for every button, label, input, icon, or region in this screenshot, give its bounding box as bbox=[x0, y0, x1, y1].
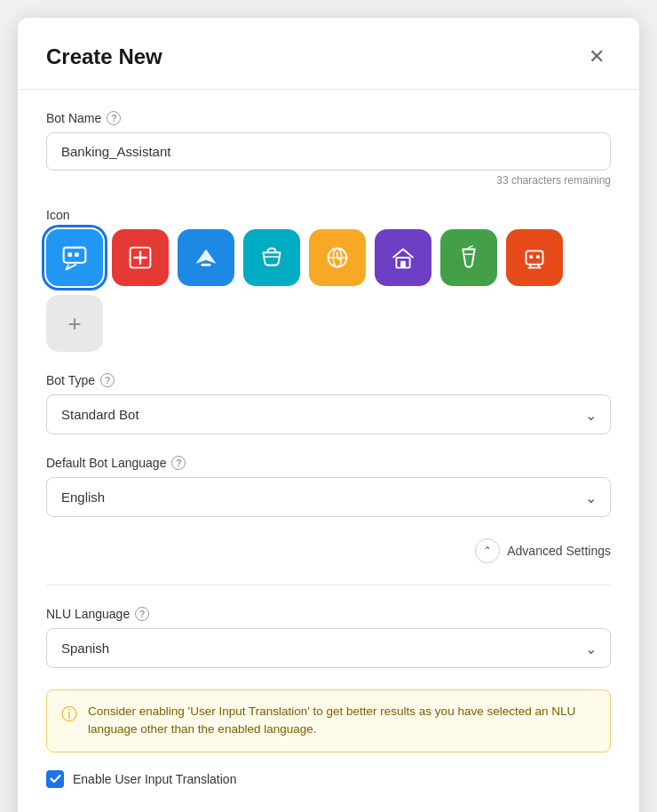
nlu-language-label: NLU Language ? bbox=[46, 607, 611, 621]
nlu-language-field: NLU Language ? English Spanish French Ge… bbox=[46, 607, 611, 668]
icon-label: Icon bbox=[46, 208, 611, 222]
advanced-settings-row: ⌃ Advanced Settings bbox=[46, 538, 611, 563]
enable-translation-checkbox[interactable] bbox=[46, 770, 64, 788]
icon-field: Icon bbox=[46, 208, 611, 352]
bot-type-select-wrapper: Standard Bot Advanced Bot ⌄ bbox=[46, 394, 611, 434]
modal-header: Create New ✕ bbox=[18, 18, 639, 90]
warning-text: Consider enabling 'User Input Translatio… bbox=[88, 703, 596, 739]
bot-type-label: Bot Type ? bbox=[46, 373, 611, 387]
close-button[interactable]: ✕ bbox=[582, 43, 611, 71]
bot-name-field: Bot Name ? 33 characters remaining bbox=[46, 111, 611, 187]
default-language-field: Default Bot Language ? English Spanish F… bbox=[46, 456, 611, 517]
svg-rect-1 bbox=[67, 252, 72, 257]
nlu-language-select-wrapper: English Spanish French German ⌄ bbox=[46, 628, 611, 668]
svg-rect-20 bbox=[529, 255, 533, 259]
create-new-modal: Create New ✕ Bot Name ? 33 characters re… bbox=[18, 18, 639, 812]
icon-globe-clock[interactable] bbox=[309, 229, 366, 286]
bot-type-select[interactable]: Standard Bot Advanced Bot bbox=[46, 394, 611, 434]
modal-body: Bot Name ? 33 characters remaining Icon bbox=[18, 90, 639, 812]
advanced-chevron-icon: ⌃ bbox=[483, 545, 492, 557]
default-language-help-icon[interactable]: ? bbox=[171, 456, 186, 470]
icon-shopping[interactable] bbox=[243, 229, 300, 286]
advanced-settings-toggle[interactable]: ⌃ bbox=[475, 538, 500, 563]
char-count: 33 characters remaining bbox=[46, 174, 611, 187]
icon-flight[interactable] bbox=[178, 229, 234, 286]
add-more-label: + bbox=[67, 310, 81, 338]
bot-type-field: Bot Type ? Standard Bot Advanced Bot ⌄ bbox=[46, 373, 611, 434]
default-language-select-wrapper: English Spanish French German ⌄ bbox=[46, 477, 611, 517]
icon-chat[interactable] bbox=[46, 229, 103, 286]
svg-rect-14 bbox=[400, 261, 406, 268]
bot-name-help-icon[interactable]: ? bbox=[107, 111, 121, 125]
svg-rect-21 bbox=[536, 255, 540, 259]
divider bbox=[46, 585, 611, 585]
svg-rect-6 bbox=[201, 264, 210, 267]
icon-hospital[interactable] bbox=[112, 229, 169, 286]
default-language-label: Default Bot Language ? bbox=[46, 456, 611, 470]
bot-name-label: Bot Name ? bbox=[46, 111, 611, 125]
icon-drink[interactable] bbox=[440, 229, 497, 286]
modal-title: Create New bbox=[46, 44, 162, 69]
default-language-select[interactable]: English Spanish French German bbox=[46, 477, 611, 517]
warning-icon: ⓘ bbox=[61, 704, 77, 739]
svg-line-17 bbox=[469, 246, 473, 248]
nlu-language-help-icon[interactable]: ? bbox=[135, 607, 149, 621]
svg-rect-18 bbox=[526, 251, 543, 264]
warning-box: ⓘ Consider enabling 'User Input Translat… bbox=[46, 689, 611, 752]
nlu-language-select[interactable]: English Spanish French German bbox=[46, 628, 611, 668]
bot-name-input[interactable] bbox=[46, 132, 611, 171]
icon-home-store[interactable] bbox=[375, 229, 431, 286]
icons-row: + bbox=[46, 229, 611, 352]
icon-add-more[interactable]: + bbox=[46, 295, 103, 352]
bot-type-help-icon[interactable]: ? bbox=[100, 373, 115, 387]
enable-translation-row: Enable User Input Translation bbox=[46, 770, 611, 788]
close-icon: ✕ bbox=[589, 45, 605, 68]
svg-rect-2 bbox=[75, 252, 79, 257]
enable-translation-label: Enable User Input Translation bbox=[73, 772, 236, 786]
advanced-settings-label[interactable]: Advanced Settings bbox=[507, 544, 611, 558]
icon-phone-operator[interactable] bbox=[506, 229, 563, 286]
